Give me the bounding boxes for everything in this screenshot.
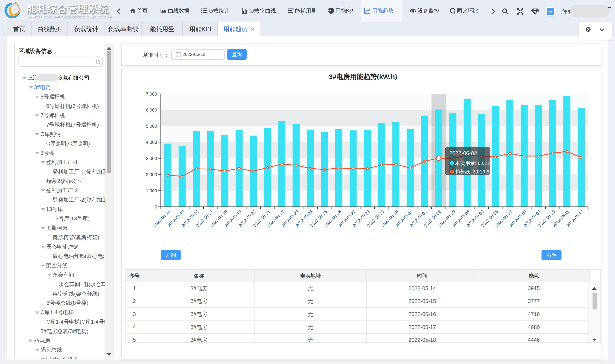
svg-text:0: 0	[154, 204, 157, 209]
svg-text:7,000: 7,000	[146, 91, 157, 96]
svg-text:4,000: 4,000	[146, 140, 157, 145]
svg-text:2,000: 2,000	[146, 172, 157, 177]
svg-text:5,000: 5,000	[146, 124, 157, 129]
svg-text:2022-06-02: 2022-06-02	[449, 150, 477, 156]
svg-text:3,000: 3,000	[146, 156, 157, 161]
svg-text:本次用量: 6,027: 本次用量: 6,027	[455, 160, 490, 166]
svg-text:6,000: 6,000	[146, 107, 157, 112]
svg-text:趋势线: 3,013.5: 趋势线: 3,013.5	[455, 169, 489, 175]
svg-text:3#电房用能趋势(kW.h): 3#电房用能趋势(kW.h)	[329, 73, 397, 80]
svg-text:1,000: 1,000	[146, 188, 157, 193]
